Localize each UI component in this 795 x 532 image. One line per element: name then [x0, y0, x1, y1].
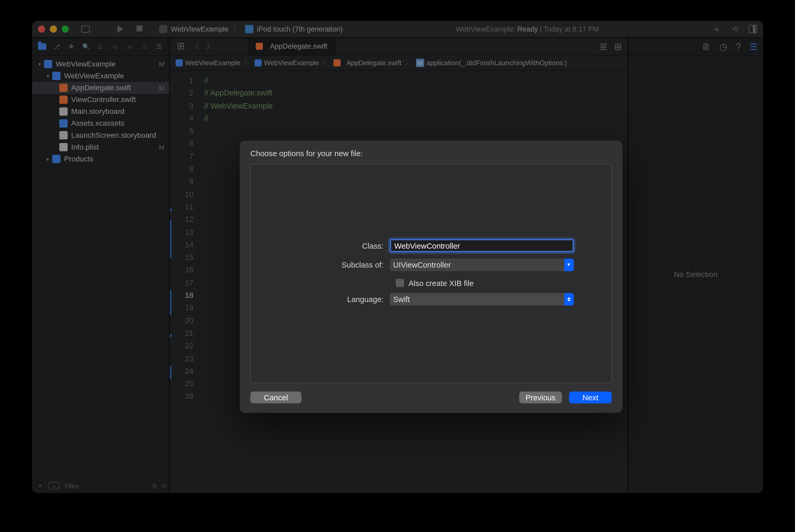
language-label: Language: — [289, 294, 390, 304]
subclass-combobox[interactable]: UIViewController ▾ — [390, 259, 574, 271]
next-button[interactable]: Next — [569, 392, 612, 403]
new-file-options-sheet: Choose options for your new file: Class:… — [240, 140, 623, 413]
create-xib-label: Also create XIB file — [409, 279, 474, 288]
sheet-title: Choose options for your new file: — [250, 149, 612, 158]
xcode-window: WebViewExample 〉 iPod touch (7th generat… — [32, 21, 763, 493]
create-xib-checkbox[interactable] — [395, 279, 404, 287]
subclass-label: Subclass of: — [289, 260, 390, 269]
class-label: Class: — [289, 241, 390, 250]
cancel-button[interactable]: Cancel — [250, 392, 301, 403]
language-popup[interactable]: Swift — [390, 293, 574, 305]
previous-button[interactable]: Previous — [519, 392, 562, 403]
updown-icon — [564, 293, 573, 305]
subclass-value: UIViewController — [393, 260, 451, 269]
language-value: Swift — [393, 294, 410, 304]
chevron-down-icon: ▾ — [564, 259, 573, 271]
class-name-input[interactable] — [390, 239, 574, 252]
sheet-form-container: Class: Subclass of: UIViewController ▾ A… — [250, 164, 612, 383]
